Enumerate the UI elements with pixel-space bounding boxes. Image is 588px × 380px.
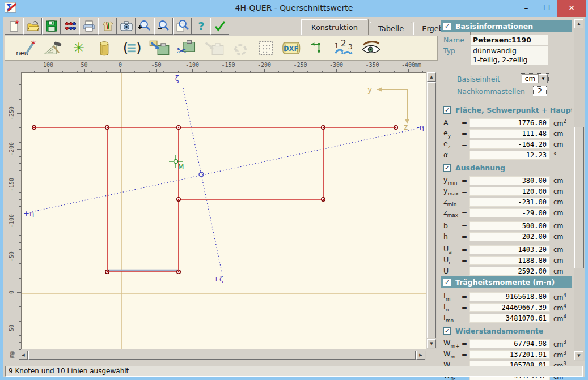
zoom-in-button[interactable] — [136, 18, 154, 35]
equals-sign: = — [462, 140, 469, 148]
section-title: Widerstandsmomente — [455, 327, 543, 335]
scroll-up-button[interactable]: ▲ — [427, 72, 436, 82]
section-checkbox[interactable]: ✓ — [443, 164, 451, 172]
unit-label: cm2 — [550, 118, 572, 127]
cut-icon: ✂ — [176, 40, 198, 57]
section-checkbox[interactable]: ✓ — [443, 106, 451, 114]
paste-button — [203, 37, 225, 59]
construct-icon — [43, 40, 64, 57]
list-button[interactable]: () — [120, 37, 143, 59]
view-button[interactable] — [360, 37, 382, 59]
plot-settings-icon — [101, 19, 115, 33]
panel-scrollbar-thumb[interactable] — [574, 127, 584, 268]
value-field: -380.00 — [469, 176, 550, 185]
snapshot-button[interactable] — [117, 18, 136, 35]
value-row: ez=-164.20cm — [441, 139, 572, 150]
minimize-button[interactable]: – — [517, 0, 536, 17]
svg-text:2: 2 — [341, 40, 346, 49]
axes-button[interactable] — [307, 37, 327, 59]
value-row: b=500.00cm — [441, 220, 572, 231]
plot-settings-button[interactable] — [98, 18, 117, 35]
name-field[interactable]: Petersen:1190 — [471, 35, 548, 45]
zoom-full-button[interactable] — [173, 18, 192, 35]
maximize-button[interactable]: ☐ — [537, 0, 556, 17]
section-checkbox[interactable]: ✓ — [443, 23, 451, 30]
help-button[interactable]: ? — [192, 18, 210, 35]
quantity-symbol: ez — [441, 139, 462, 150]
panel-scrollbar[interactable]: ▲▼ — [574, 19, 585, 361]
value-row: Im=9165618.80cm4 — [441, 291, 572, 302]
drawing-canvas[interactable]: +η-η-ζ+ζyzM — [21, 72, 426, 349]
equals-sign: = — [462, 293, 469, 301]
value-field: 1776.80 — [469, 118, 550, 127]
ruler-label: -350 — [365, 62, 379, 68]
scroll-left-button[interactable]: ◀ — [19, 351, 28, 360]
construction-tools-button[interactable] — [43, 37, 64, 59]
paste-into-button[interactable] — [149, 37, 171, 59]
title-bar: Σ 4H-QUER - Querschnittswerte – ☐ ✕ — [0, 0, 588, 17]
node-marker-center — [178, 271, 180, 273]
dxf-button[interactable]: DXF — [281, 37, 302, 59]
save-button[interactable] — [42, 18, 61, 35]
value-field: 67794.98 — [469, 339, 550, 348]
node-marker-center — [178, 127, 180, 129]
confirm-button[interactable] — [210, 18, 229, 35]
abacus-button[interactable] — [61, 18, 79, 35]
tab-tabelle[interactable]: Tabelle — [370, 22, 412, 35]
chevron-down-icon[interactable]: ▼ — [539, 74, 548, 83]
canvas-vertical-scrollbar[interactable]: ▲▼ — [427, 72, 437, 349]
new-file-button[interactable]: ✶ — [5, 18, 23, 35]
zoom-out-button[interactable] — [154, 18, 173, 35]
panel-divider — [438, 18, 439, 365]
value-row: Wm+=67794.98cm3 — [441, 338, 572, 349]
section-checkbox[interactable]: ✓ — [443, 327, 451, 335]
unit-label: cm4 — [550, 314, 572, 323]
unit-select[interactable]: cm▼ — [521, 73, 549, 84]
control-row: Nachkommastellen2 — [441, 85, 572, 97]
quantity-symbol: A — [441, 118, 462, 127]
unit-label: cm — [550, 187, 572, 195]
typ-field[interactable]: dünnwandig1-teilig, 2-zellig — [471, 46, 548, 65]
grid-button[interactable] — [256, 37, 276, 59]
new-element-button[interactable]: neu✶ — [15, 37, 37, 59]
cut-button[interactable]: ✂ — [176, 37, 198, 59]
scroll-right-button[interactable]: ▶ — [416, 351, 425, 360]
new-node-button[interactable]: ✳ — [69, 37, 89, 59]
node-marker-center — [107, 271, 108, 273]
vertical-ruler: -250-200-150-100-50050mm — [7, 72, 21, 361]
quantity-symbol: Ui — [441, 255, 462, 266]
delete-button[interactable] — [94, 37, 115, 59]
panel-scroll-down-button[interactable]: ▼ — [574, 351, 583, 360]
print-button[interactable] — [79, 18, 98, 35]
zoom-in-icon — [138, 19, 152, 33]
section-header: ✓Fläche, Schwerpunkt + Hauptachsen — [441, 105, 572, 115]
quantity-symbol: U — [441, 267, 462, 275]
renumber-icon: 123 — [332, 40, 354, 57]
scroll-down-button[interactable]: ▼ — [427, 339, 436, 348]
tab-konstruktion[interactable]: Konstruktion — [301, 19, 369, 35]
panel-scroll-up-button[interactable]: ▲ — [574, 19, 583, 28]
quantity-symbol: Ua — [441, 245, 462, 255]
quantity-symbol: ey — [441, 129, 462, 139]
screen-axes-indicator — [377, 89, 407, 119]
zoom-full-icon — [176, 19, 189, 33]
open-file-button[interactable] — [23, 18, 42, 35]
ruler-tick — [48, 69, 49, 72]
quantity-symbol: zmax — [441, 208, 462, 218]
equals-sign: = — [462, 304, 469, 311]
canvas-horizontal-scrollbar[interactable]: ◀▶ — [19, 351, 426, 360]
ruler-tick — [156, 69, 157, 72]
app-window: Σ 4H-QUER - Querschnittswerte – ☐ ✕ ✶? K… — [0, 0, 588, 380]
scrollbar-thumb[interactable] — [28, 351, 416, 360]
grid-icon — [257, 40, 274, 57]
dxf-icon: DXF — [282, 40, 302, 57]
value-field: -231.00 — [469, 198, 550, 207]
section-checkbox[interactable]: ✓ — [443, 279, 451, 286]
scrollbar-thumb[interactable] — [427, 82, 436, 338]
info-row: NamePetersen:1190 — [441, 35, 572, 45]
equals-sign: = — [462, 351, 469, 358]
renumber-button[interactable]: 123 — [332, 37, 354, 59]
close-button[interactable]: ✕ — [557, 0, 586, 17]
decimals-input[interactable]: 2 — [533, 86, 547, 96]
ruler-label: -200 — [9, 142, 15, 156]
